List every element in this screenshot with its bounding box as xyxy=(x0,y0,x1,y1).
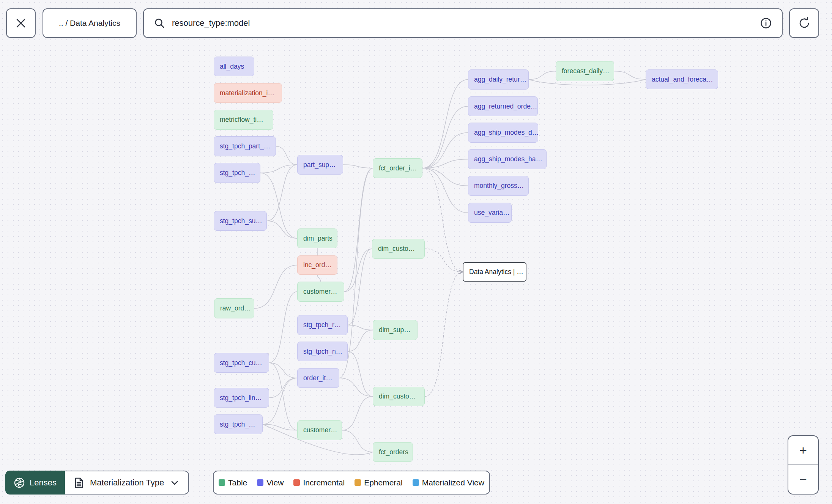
edge-customer_b-to-dim_customers_b xyxy=(342,397,373,430)
graph-node-agg_ship_modes_ha[interactable]: agg_ship_modes_ha… xyxy=(468,149,547,169)
zoom-controls: + − xyxy=(788,435,819,495)
zoom-out-button[interactable]: − xyxy=(788,465,818,494)
legend-label: Materialized View xyxy=(422,478,484,487)
edge-stg_tpch_a-to-part_sup xyxy=(260,165,297,173)
legend-label: Ephemeral xyxy=(364,478,403,487)
graph-node-dim_customers_a[interactable]: dim_custo… xyxy=(372,239,425,259)
lineage-app: { "header": { "breadcrumb": ".. / Data A… xyxy=(0,0,832,504)
edge-dim_customers_b-to-data_analytics xyxy=(425,272,463,397)
edge-forecast_daily-to-actual_and_forecast xyxy=(614,71,646,80)
document-icon xyxy=(74,477,84,488)
legend-swatch xyxy=(293,479,300,486)
legend-label: Table xyxy=(228,478,247,487)
graph-node-agg_returned_orders[interactable]: agg_returned_orde… xyxy=(468,96,538,116)
edge-fct_order_items-to-monthly_gross xyxy=(422,168,468,186)
legend-swatch xyxy=(219,479,225,486)
graph-node-agg_ship_modes_d[interactable]: agg_ship_modes_d… xyxy=(468,123,538,143)
legend-item-materialized-view: Materialized View xyxy=(413,478,484,487)
legend-swatch xyxy=(413,479,419,486)
legend-item-ephemeral: Ephemeral xyxy=(355,478,403,487)
graph-node-stg_tpch_part[interactable]: stg_tpch_part_… xyxy=(214,136,276,156)
edge-customer_b-to-fct_orders xyxy=(342,430,373,452)
edge-stg_tpch_cu-to-customer_a xyxy=(269,292,297,363)
edge-order_items-to-dim_customers_b xyxy=(339,378,373,397)
graph-node-dim_parts[interactable]: dim_parts xyxy=(297,228,337,248)
graph-node-order_items[interactable]: order_it… xyxy=(297,368,339,388)
edge-stg_tpch_su-to-dim_parts xyxy=(267,221,297,238)
graph-node-stg_tpch_su[interactable]: stg_tpch_su… xyxy=(214,211,267,231)
graph-node-stg_tpch_n[interactable]: stg_tpch_n… xyxy=(297,342,348,361)
edge-raw_orders-to-inc_orders xyxy=(254,265,297,309)
zoom-in-button[interactable]: + xyxy=(788,436,818,465)
graph-node-forecast_daily[interactable]: forecast_daily… xyxy=(556,61,614,81)
chevron-down-icon xyxy=(170,478,179,487)
graph-node-stg_tpch_cu[interactable]: stg_tpch_cu… xyxy=(214,353,269,373)
materialization-legend: TableViewIncrementalEphemeralMaterialize… xyxy=(213,471,490,495)
graph-node-agg_daily_returns[interactable]: agg_daily_retur… xyxy=(468,69,529,90)
graph-node-customer_a[interactable]: customer… xyxy=(297,282,344,302)
legend-item-view: View xyxy=(257,478,284,487)
graph-node-actual_and_forecast[interactable]: actual_and_foreca… xyxy=(646,69,718,89)
edge-customer_a-to-dim_customers_a xyxy=(344,249,372,292)
legend-label: View xyxy=(266,478,284,487)
edge-fct_order_items-to-agg_ship_modes_ha xyxy=(422,159,468,169)
legend-label: Incremental xyxy=(303,478,345,487)
graph-node-part_sup[interactable]: part_sup… xyxy=(297,155,343,175)
graph-node-inc_orders[interactable]: inc_ord… xyxy=(297,255,337,275)
lenses-label: Lenses xyxy=(30,478,57,488)
graph-node-dim_suppliers[interactable]: dim_sup… xyxy=(373,320,418,340)
graph-node-monthly_gross[interactable]: monthly_gross… xyxy=(468,176,529,196)
edge-agg_daily_returns-to-forecast_daily xyxy=(529,71,556,80)
edge-fct_order_items-to-use_varia xyxy=(422,168,468,213)
edge-stg_tpch_n-to-dim_customers_b xyxy=(348,351,373,397)
edge-dim_customers_a-to-data_analytics xyxy=(425,249,463,272)
edge-stg_tpch_r-to-dim_suppliers xyxy=(348,325,373,330)
lenses-button[interactable]: Lenses xyxy=(5,471,65,495)
legend-item-incremental: Incremental xyxy=(293,478,345,487)
graph-node-customer_b[interactable]: customer… xyxy=(297,420,342,440)
graph-node-materialization_i[interactable]: materialization_i… xyxy=(214,83,282,103)
edge-part_sup-to-fct_order_items xyxy=(343,165,373,168)
edge-stg_tpch_cu-to-customer_b xyxy=(269,363,297,430)
lens-selector-label: Materialization Type xyxy=(90,478,164,488)
graph-node-fct_order_items[interactable]: fct_order_i… xyxy=(373,158,422,178)
graph-node-data_analytics[interactable]: Data Analytics | … xyxy=(463,262,526,282)
graph-node-dim_customers_b[interactable]: dim_custo… xyxy=(373,387,425,406)
graph-node-stg_tpch_b[interactable]: stg_tpch_… xyxy=(214,414,263,434)
graph-node-stg_tpch_lin[interactable]: stg_tpch_lin… xyxy=(214,388,269,408)
edge-fct_order_items-to-agg_daily_returns xyxy=(422,80,468,169)
legend-item-table: Table xyxy=(219,478,247,487)
graph-node-metricflow_ti[interactable]: metricflow_ti… xyxy=(214,110,273,130)
edge-stg_tpch_cu-to-order_items xyxy=(269,363,297,378)
legend-swatch xyxy=(257,479,263,486)
legend-swatch xyxy=(355,479,361,486)
edge-fct_order_items-to-agg_returned_orders xyxy=(422,106,468,168)
lenses-aperture-icon xyxy=(14,477,25,488)
edge-stg_tpch_part-to-part_sup xyxy=(276,146,297,165)
edge-fct_order_items-to-data_analytics xyxy=(422,168,463,272)
graph-node-use_varia[interactable]: use_varia… xyxy=(468,203,512,223)
edge-stg_tpch_su-to-part_sup xyxy=(267,165,297,221)
lens-control: Lenses Materialization Type xyxy=(5,471,189,495)
edge-stg_tpch_r-to-dim_customers_a xyxy=(348,249,372,325)
edge-customer_a-to-fct_order_items xyxy=(344,168,373,292)
graph-node-stg_tpch_r[interactable]: stg_tpch_r… xyxy=(297,315,348,335)
graph-node-raw_orders[interactable]: raw_ord… xyxy=(214,298,254,318)
lens-selector-dropdown[interactable]: Materialization Type xyxy=(65,471,189,495)
graph-node-all_days[interactable]: all_days xyxy=(214,57,254,76)
graph-node-stg_tpch_a[interactable]: stg_tpch_… xyxy=(214,163,260,183)
edge-stg_tpch_lin-to-order_items xyxy=(269,378,297,398)
edge-inc_orders-to-customer_a xyxy=(317,275,321,282)
graph-node-fct_orders[interactable]: fct_orders xyxy=(373,442,413,462)
